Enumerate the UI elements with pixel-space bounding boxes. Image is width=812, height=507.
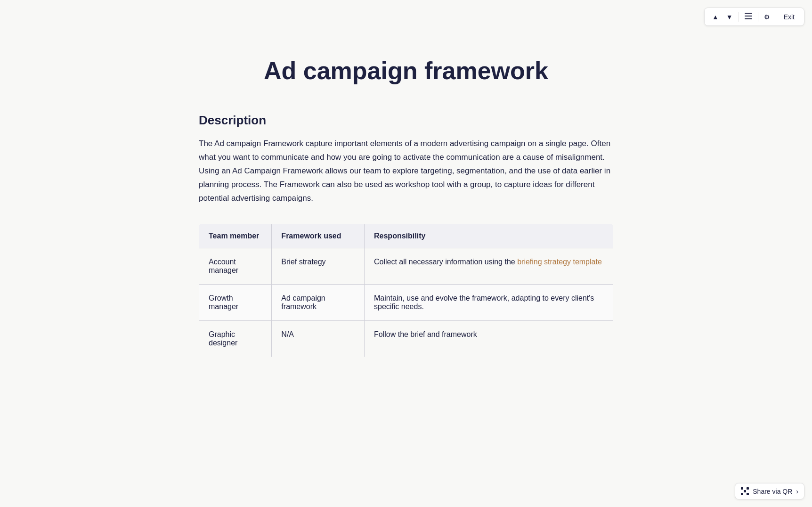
svg-rect-1 — [745, 16, 752, 16]
share-bar[interactable]: Share via QR › — [735, 483, 804, 499]
page-title: Ad campaign framework — [199, 57, 613, 85]
svg-rect-0 — [745, 13, 752, 14]
share-label: Share via QR — [753, 488, 792, 495]
qr-icon — [741, 487, 749, 495]
chevron-up-icon: ▲ — [712, 13, 719, 21]
cell-team-member: Growth manager — [199, 285, 272, 321]
cell-team-member: Account manager — [199, 248, 272, 285]
cell-responsibility: Maintain, use and evolve the framework, … — [365, 285, 613, 321]
table-row: Account managerBrief strategyCollect all… — [199, 248, 613, 285]
framework-table: Team member Framework used Responsibilit… — [199, 224, 613, 357]
chevron-up-button[interactable]: ▲ — [709, 11, 722, 23]
share-chevron-icon: › — [796, 488, 798, 495]
svg-rect-2 — [745, 18, 752, 19]
gear-icon: ⚙ — [764, 13, 770, 21]
description-heading: Description — [199, 113, 613, 128]
chevron-down-icon: ▼ — [726, 13, 733, 21]
toolbar-divider-2 — [758, 12, 758, 22]
cell-responsibility: Collect all necessary information using … — [365, 248, 613, 285]
col-framework-used: Framework used — [272, 224, 365, 248]
chevron-down-button[interactable]: ▼ — [723, 11, 736, 23]
toolbar-divider-1 — [739, 12, 739, 22]
col-responsibility: Responsibility — [365, 224, 613, 248]
toolbar: ▲ ▼ ⚙ Exit — [704, 8, 804, 26]
table-header-row: Team member Framework used Responsibilit… — [199, 224, 613, 248]
table-row: Graphic designerN/AFollow the brief and … — [199, 321, 613, 357]
toolbar-divider-3 — [776, 12, 776, 22]
main-content: Ad campaign framework Description The Ad… — [180, 0, 632, 395]
cell-framework-used: N/A — [272, 321, 365, 357]
list-icon — [745, 13, 752, 21]
description-text: The Ad campaign Framework capture import… — [199, 137, 613, 205]
settings-button[interactable]: ⚙ — [761, 11, 773, 23]
cell-responsibility: Follow the brief and framework — [365, 321, 613, 357]
briefing-strategy-link[interactable]: briefing strategy template — [517, 258, 602, 266]
col-team-member: Team member — [199, 224, 272, 248]
table-row: Growth managerAd campaign frameworkMaint… — [199, 285, 613, 321]
cell-team-member: Graphic designer — [199, 321, 272, 357]
cell-framework-used: Brief strategy — [272, 248, 365, 285]
exit-button[interactable]: Exit — [779, 11, 799, 23]
list-view-button[interactable] — [742, 11, 755, 23]
cell-framework-used: Ad campaign framework — [272, 285, 365, 321]
